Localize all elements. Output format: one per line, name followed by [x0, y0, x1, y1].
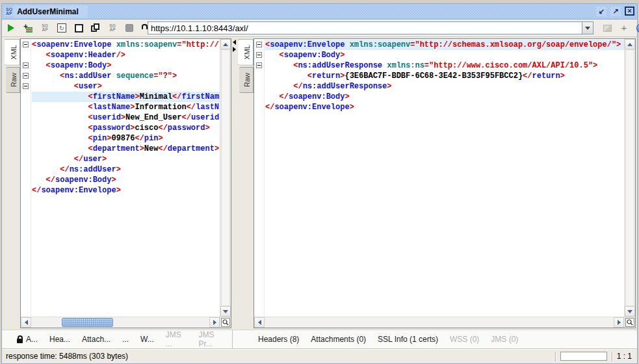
xml-line: <return>{3E6BAC7F-BDBF-6C68-3E42-B353F95… [265, 71, 624, 81]
tab-label: ... [122, 335, 129, 344]
scroll-down-button[interactable] [220, 306, 231, 317]
fold-gutter [21, 39, 31, 317]
request-xml-editor[interactable]: <soapenv:Envelope xmlns:soapenv="http://… [21, 39, 220, 317]
stop-icon [125, 24, 133, 32]
request-tab-hea[interactable]: Hea... [44, 330, 76, 348]
xml-line: </ns:addUser> [32, 164, 220, 175]
tab-label: WSS (0) [450, 335, 479, 344]
add-to-testcase-button[interactable]: + [23, 23, 33, 33]
recreate-request-button[interactable]: ↻ [57, 23, 67, 33]
progress-indicator [560, 352, 607, 361]
tab-label: Hea... [49, 335, 70, 344]
scroll-right-button[interactable] [209, 317, 220, 328]
status-bar: response time: 5488ms (303 bytes) 1 : 1 [2, 348, 637, 363]
tab-label: W... [140, 335, 154, 344]
request-tab-[interactable]: ... [116, 330, 135, 348]
add-to-list-icon: + [23, 23, 33, 32]
response-tab-headers-8[interactable]: Headers (8) [252, 330, 305, 348]
editor-view-tab-raw[interactable]: Raw [239, 67, 254, 93]
fold-toggle-icon[interactable] [23, 42, 29, 47]
editor-zoom-corner [220, 317, 231, 328]
soap-icon: SOAP [109, 24, 115, 32]
editor-view-tab-xml[interactable]: XML [5, 39, 20, 66]
editor-view-tab-xml[interactable]: XML [238, 39, 254, 66]
status-separator [612, 352, 612, 361]
request-xml-frame: <soapenv:Envelope xmlns:soapenv="http://… [20, 38, 231, 328]
endpoint-input[interactable] [148, 21, 582, 34]
tab-label: Attach... [82, 335, 111, 344]
editor-view-tab-raw[interactable]: Raw [6, 67, 20, 93]
fold-toggle-icon[interactable] [256, 52, 262, 58]
xml-line: <soapenv:Header/> [32, 50, 220, 60]
scroll-track[interactable] [31, 317, 209, 328]
endpoint-dropdown-button[interactable] [582, 21, 593, 34]
arrow-left-icon [25, 320, 28, 325]
lock-icon [17, 339, 23, 343]
response-tab-attachments-0[interactable]: Attachments (0) [305, 330, 372, 348]
split-divider[interactable] [231, 38, 237, 329]
scroll-down-button[interactable] [625, 306, 635, 317]
close-button[interactable]: ✕ [625, 6, 634, 16]
fold-toggle-icon[interactable] [256, 42, 262, 47]
play-icon [8, 24, 14, 32]
request-tab-attach[interactable]: Attach... [76, 330, 116, 348]
soapui-request-icon: SOAP [5, 7, 14, 16]
scroll-left-button[interactable] [21, 317, 31, 328]
maximize-button[interactable]: ↗ [610, 6, 621, 16]
xml-line: <ns:addUser sequence="?"> [32, 71, 220, 81]
tab-label: Attachments (0) [311, 335, 366, 344]
add-endpoint-button[interactable]: + [619, 23, 629, 33]
magnifier-button[interactable] [221, 318, 230, 327]
copy-front [94, 23, 99, 30]
xml-line: <password>cisco</password> [32, 123, 220, 133]
soap-icon: SOAP [42, 24, 47, 32]
inspector-tabs: A...Hea...Attach......W...JMS ...JMS Pr.… [2, 330, 637, 348]
collapse-right-icon[interactable] [233, 47, 236, 52]
submit-request-button[interactable] [6, 23, 16, 33]
xml-line: <userid>New_End_User</userid [32, 112, 220, 123]
fold-toggle-icon[interactable] [23, 62, 29, 68]
tab-label: A... [26, 335, 38, 344]
scroll-track[interactable] [625, 49, 635, 306]
scroll-track[interactable] [265, 317, 614, 328]
response-horizontal-scrollbar[interactable] [254, 317, 624, 328]
xml-line: <soapenv:Envelope xmlns:soapenv="http:// [32, 40, 220, 50]
help-button[interactable]: ? [636, 23, 639, 33]
create-empty-request-button[interactable] [73, 23, 84, 33]
add-to-mockservice-button[interactable]: SOAP [40, 23, 50, 33]
scroll-right-button[interactable] [614, 317, 624, 328]
scroll-track[interactable] [220, 49, 231, 306]
create-soap-fault-button[interactable]: SOAP [107, 23, 118, 33]
clone-request-button[interactable] [90, 23, 101, 33]
response-vertical-scrollbar[interactable] [624, 39, 635, 317]
scroll-left-button[interactable] [254, 317, 265, 328]
tab-label: JMS Pr... [198, 330, 226, 348]
response-xml-frame: <soapenv:Envelope xmlns:soapenv="http://… [254, 38, 636, 328]
fold-toggle-icon[interactable] [23, 73, 29, 79]
request-tab-a[interactable]: A... [11, 330, 44, 348]
endpoint-combo [148, 21, 593, 34]
tab-label: JMS ... [166, 330, 187, 348]
scroll-thumb[interactable] [221, 49, 230, 306]
scroll-thumb[interactable] [62, 318, 113, 327]
xml-line: <user> [32, 81, 220, 92]
fold-gutter [254, 39, 265, 317]
arrow-up-icon [223, 43, 228, 46]
fold-toggle-icon[interactable] [23, 83, 29, 89]
request-vertical-scrollbar[interactable] [220, 39, 231, 317]
titlebar[interactable]: SOAP AddUserMinimal ↙↗✕ [2, 4, 637, 20]
scroll-up-button[interactable] [625, 39, 635, 49]
chevron-down-icon [585, 27, 590, 30]
fold-toggle-icon[interactable] [256, 62, 262, 68]
request-horizontal-scrollbar[interactable] [21, 317, 220, 328]
response-tab-ssl-info-1-certs[interactable]: SSL Info (1 certs) [372, 330, 444, 348]
magnifier-button[interactable] [625, 318, 634, 327]
minimize-button[interactable]: ↙ [596, 6, 606, 16]
response-xml-editor[interactable]: <soapenv:Envelope xmlns:soapenv="http://… [254, 39, 624, 317]
request-tab-w[interactable]: W... [135, 330, 160, 348]
xml-line: <soapenv:Envelope xmlns:soapenv="http://… [265, 40, 624, 50]
xml-line: <soapenv:Body> [32, 60, 220, 71]
scroll-thumb[interactable] [625, 49, 634, 306]
scroll-up-button[interactable] [220, 39, 231, 49]
collapse-left-icon[interactable] [233, 40, 236, 45]
